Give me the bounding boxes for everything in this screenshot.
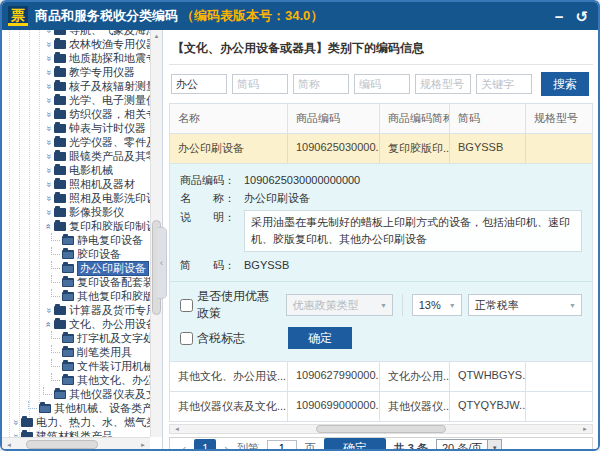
spec-model-input[interactable] xyxy=(415,74,471,94)
expand-icon[interactable]: » xyxy=(44,67,53,78)
tree-item-label: 其他文化、办公用设备 xyxy=(77,374,150,387)
tree-item-label: 纺织仪器，相关专用测试 xyxy=(69,108,150,121)
folder-icon xyxy=(54,124,66,133)
table-cell: 1090627990000... xyxy=(288,362,380,391)
page-size-value: 20 条/页 xyxy=(442,441,482,451)
folder-icon xyxy=(54,30,66,35)
tree-item[interactable]: »导航、气象及海洋专用仪 xyxy=(2,30,150,37)
folder-icon xyxy=(62,334,74,343)
scrollbar-thumb[interactable] xyxy=(26,440,98,449)
prev-page-icon[interactable]: ‹ xyxy=(182,442,186,451)
title-bar: 票 商品和服务税收分类编码 （编码表版本号：34.0） − ↺ xyxy=(2,2,598,30)
tree-item[interactable]: »复印和胶版印制设备 xyxy=(2,219,150,233)
tree-item[interactable]: »照相及电影洗印设备 xyxy=(2,191,150,205)
tree-item[interactable]: »地质勘探和地震专用仪器 xyxy=(2,51,150,65)
tree-item[interactable]: 其他文化、办公用设备 xyxy=(2,373,150,387)
scrollbar-thumb[interactable] xyxy=(316,425,446,433)
tree-item[interactable]: 削笔类用具 xyxy=(2,345,150,359)
goto-page-input[interactable] xyxy=(267,440,297,451)
scroll-right-icon[interactable]: ► xyxy=(138,442,148,448)
tree-connector-line xyxy=(51,331,60,339)
code-input[interactable] xyxy=(354,74,410,94)
scroll-left-icon[interactable]: ◄ xyxy=(4,442,14,448)
shortname-input[interactable] xyxy=(293,74,349,94)
next-page-icon[interactable]: › xyxy=(224,442,228,451)
expand-icon[interactable]: » xyxy=(44,30,53,36)
keyword2-input[interactable] xyxy=(476,74,532,94)
tree-item[interactable]: »眼镜类产品及其零部件和 xyxy=(2,149,150,163)
tree-horizontal-scrollbar[interactable]: ◄ ► xyxy=(2,437,150,451)
back-button[interactable]: ↺ xyxy=(575,9,588,24)
expand-icon[interactable]: » xyxy=(44,123,53,134)
scroll-up-icon[interactable]: ▲ xyxy=(151,30,162,42)
current-page-button[interactable]: 1 xyxy=(194,439,216,451)
tree-item[interactable]: 胶印设备 xyxy=(2,247,150,261)
tree-item[interactable]: 静电复印设备 xyxy=(2,233,150,247)
use-policy-checkbox[interactable] xyxy=(180,299,193,312)
tree-item[interactable]: 其他机械、设备类产品 xyxy=(2,401,150,415)
expand-icon[interactable]: » xyxy=(44,179,53,190)
folder-icon xyxy=(39,404,51,413)
search-button[interactable]: 搜索 xyxy=(541,72,589,96)
expand-icon[interactable]: » xyxy=(44,319,53,330)
tree-item[interactable]: »光学、电子测量仪器 xyxy=(2,93,150,107)
tree-item[interactable]: 复印设备配套装置、零 xyxy=(2,275,150,289)
table-cell: BGYSSB xyxy=(450,134,526,163)
tree-item[interactable]: »计算器及货币专用设备 xyxy=(2,303,150,317)
tree-item[interactable]: »核子及核辐射测量仪器 xyxy=(2,79,150,93)
rate-type-select[interactable]: 正常税率 ▼ xyxy=(468,294,582,316)
expand-icon[interactable]: » xyxy=(11,417,20,428)
scroll-left-icon[interactable]: ◄ xyxy=(172,426,182,432)
tax-included-option[interactable]: 含税标志 xyxy=(180,330,245,347)
tree-item-label: 地质勘探和地震专用仪器 xyxy=(69,52,150,65)
tree-item[interactable]: »照相机及器材 xyxy=(2,177,150,191)
table-row[interactable]: 其他仪器仪表及文化...1090699000000...其他仪器仪...QTYQ… xyxy=(170,392,592,422)
tree-item[interactable]: 办公印刷设备 xyxy=(2,261,150,275)
expand-icon[interactable]: » xyxy=(44,165,53,176)
page-size-select[interactable]: 20 条/页 ▼ xyxy=(436,439,502,451)
policy-confirm-button[interactable]: 确定 xyxy=(288,327,352,349)
tree-item[interactable]: »建筑材料类产品 xyxy=(2,429,150,437)
invoice-logo-icon: 票 xyxy=(8,6,28,26)
expand-icon[interactable]: » xyxy=(44,137,53,148)
tax-rate-select[interactable]: 13% ▼ xyxy=(412,294,462,316)
expand-icon[interactable]: » xyxy=(44,53,53,64)
expand-icon[interactable]: » xyxy=(44,81,53,92)
expand-icon[interactable]: » xyxy=(44,193,53,204)
expand-icon[interactable]: » xyxy=(44,305,53,316)
expand-icon[interactable]: » xyxy=(44,95,53,106)
tree-item[interactable]: »钟表与计时仪器 xyxy=(2,121,150,135)
table-horizontal-scrollbar[interactable]: ◄ ► xyxy=(169,424,593,434)
keyword-input[interactable] xyxy=(171,74,227,94)
shortcode-input[interactable] xyxy=(232,74,288,94)
tree-item[interactable]: »电力、热力、水、燃气类产品 xyxy=(2,415,150,429)
tree-item[interactable]: »光学仪器、零件及附件 xyxy=(2,135,150,149)
tree-item[interactable]: »农林牧渔专用仪器仪表 xyxy=(2,37,150,51)
minimize-button[interactable]: − xyxy=(555,9,564,24)
tree-item[interactable]: »影像投影仪 xyxy=(2,205,150,219)
expand-icon[interactable]: » xyxy=(44,151,53,162)
tax-included-checkbox[interactable] xyxy=(180,332,193,345)
panel-collapse-handle[interactable]: ‹ xyxy=(157,227,167,299)
use-policy-option[interactable]: 是否使用优惠政策 xyxy=(180,288,280,322)
table-row[interactable]: 其他文化、办公用设...1090627990000...文化办公用...QTWH… xyxy=(170,362,592,392)
tree-item[interactable]: 其他仪器仪表及文化、办 xyxy=(2,387,150,401)
tree-item[interactable]: »电影机械 xyxy=(2,163,150,177)
policy-type-select[interactable]: 优惠政策类型 ▼ xyxy=(286,294,393,316)
tree-item[interactable]: 文件装订用机械 xyxy=(2,359,150,373)
tree-item[interactable]: 其他复印和胶版印制设 xyxy=(2,289,150,303)
tree-connector-line xyxy=(51,233,60,241)
tree-item[interactable]: »教学专用仪器 xyxy=(2,65,150,79)
tree-connector-line xyxy=(51,247,60,255)
total-count-label: 共 3 条 xyxy=(394,441,428,451)
expand-icon[interactable]: » xyxy=(44,207,53,218)
goto-confirm-button[interactable]: 确定 xyxy=(324,438,386,451)
tree-item[interactable]: »文化、办公用设备或器具 xyxy=(2,317,150,331)
expand-icon[interactable]: » xyxy=(44,221,53,232)
tree-item[interactable]: »纺织仪器，相关专用测试 xyxy=(2,107,150,121)
table-row[interactable]: 办公印刷设备1090625030000...复印胶版印...BGYSSB xyxy=(170,134,592,164)
scroll-right-icon[interactable]: ► xyxy=(580,426,590,432)
expand-icon[interactable]: » xyxy=(44,39,53,50)
tree-item[interactable]: 打字机及文字处理机 xyxy=(2,331,150,345)
expand-icon[interactable]: » xyxy=(44,109,53,120)
